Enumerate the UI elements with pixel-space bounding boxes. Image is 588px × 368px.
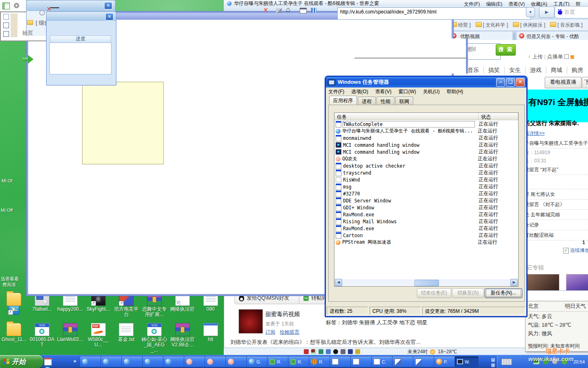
status-icon[interactable] <box>355 349 360 354</box>
close-icon[interactable]: ✕ <box>105 13 114 20</box>
keyboard-icon[interactable] <box>501 359 512 365</box>
desktop-icon[interactable]: 090 <box>197 293 224 317</box>
task-row[interactable]: Cartoon 正在运行 <box>334 232 518 239</box>
bookmark-item[interactable]: 经营 ] <box>451 22 471 29</box>
columns-icon[interactable] <box>311 8 316 13</box>
scroll-right-icon[interactable]: ▶ <box>510 279 518 286</box>
tab[interactable]: 联网 <box>395 96 413 105</box>
uploader-thumbnail[interactable] <box>238 309 263 334</box>
address-bar[interactable]: http://v.ku6.com/special/index_2672909.h… <box>337 7 531 20</box>
desktop-icon[interactable]: 基金.txt <box>113 323 140 353</box>
horizontal-scrollbar[interactable]: ◀ ▶ <box>335 279 518 286</box>
status-icon[interactable] <box>318 349 323 354</box>
task-row[interactable]: PPStream 网络加速器 正在运行 <box>334 239 518 246</box>
task-row[interactable]: trayscrwnd 正在运行 <box>334 169 518 176</box>
circle-icon[interactable] <box>39 10 45 16</box>
video-list-item[interactable]: 放：114919 <box>524 148 588 157</box>
checkbox[interactable] <box>3 31 9 37</box>
go-button[interactable]: ▶ <box>539 7 555 18</box>
table-icon[interactable] <box>2 2 10 9</box>
video-list-item[interactable] <box>524 175 588 189</box>
bookmark-item[interactable]: [ 文化科学 ] <box>476 22 508 29</box>
quicklaunch-icon[interactable] <box>44 358 52 366</box>
homepage-label[interactable]: 始页 <box>22 29 33 37</box>
tab[interactable]: 进程 <box>358 96 376 105</box>
desktop-icon[interactable]: LianWu02... <box>57 323 84 353</box>
status-icon[interactable] <box>311 349 316 354</box>
xunlei-label[interactable]: 迅雷看看 <box>1 276 22 282</box>
scrollbar-thumb[interactable] <box>414 280 439 286</box>
upload-link[interactable]: 上传 <box>532 54 543 60</box>
desktop-icon[interactable]: 网络执法官V2.88企... <box>169 323 196 353</box>
desktop-icon[interactable]: SkyFight... <box>85 293 111 317</box>
menu-item[interactable]: 查看(V) <box>375 88 392 95</box>
video-list-item[interactable]: 丝留言 《对不起》 <box>524 200 588 210</box>
minimize-button[interactable]: – <box>496 78 505 87</box>
switch-to-button[interactable]: 切换至(S) <box>452 288 484 298</box>
task-row[interactable]: MCI command handling window 正在运行 <box>334 141 518 148</box>
video-list-item[interactable]: 可欣酸涩祝福 <box>524 230 588 240</box>
baidu-search-box[interactable]: 百度 <box>555 6 588 18</box>
home-icon[interactable]: ⌂ <box>286 5 290 14</box>
video-list-item[interactable]: 全记录 <box>524 220 588 230</box>
task-manager-titlebar[interactable]: Windows 任务管理器 – ❑ ✕ <box>326 77 526 88</box>
status-icon[interactable] <box>326 349 331 354</box>
status-icon[interactable] <box>304 349 309 354</box>
task-row[interactable]: MCI command handling window 正在运行 <box>334 148 518 155</box>
column-header-status[interactable]: 状态 <box>479 113 518 120</box>
bookmark-item[interactable]: [ 休闲娱乐 ] <box>513 22 545 29</box>
task-row[interactable]: desktop active checker 正在运行 <box>334 162 518 169</box>
start-button[interactable]: 开始 <box>0 355 43 368</box>
menu-item[interactable]: 关机(U) <box>423 88 440 95</box>
desktop-icon[interactable]: 7fallset... <box>29 293 56 317</box>
window-icon[interactable] <box>300 8 307 13</box>
maximize-button[interactable]: ❑ <box>506 78 515 87</box>
video-list-item[interactable]: 光 去年赌城完婚 <box>524 210 588 220</box>
nav-item[interactable]: 游戏 <box>526 67 546 74</box>
task-row[interactable]: msg 正在运行 <box>334 183 518 190</box>
pagination-current[interactable]: 1 <box>582 240 585 245</box>
forward-icon[interactable]: → <box>239 7 246 14</box>
task-row[interactable]: Rising Mail Windows 正在运行 <box>334 218 518 225</box>
desktop-icon[interactable]: 网络执法官 <box>169 293 196 317</box>
bookmark-item[interactable]: [ 音乐影视 ] <box>550 22 582 29</box>
quicklaunch-overflow[interactable]: » <box>74 358 76 364</box>
video-list-item[interactable]: 丝留言 “对不起” <box>524 165 588 175</box>
nav-item[interactable]: 女生 <box>505 67 526 74</box>
checkbox[interactable] <box>3 14 9 20</box>
scroll-left-icon[interactable]: ◀ <box>335 279 342 286</box>
task-row[interactable]: QQ农夫 正在运行 <box>334 155 518 162</box>
menu-item[interactable]: 文件(F) <box>328 88 344 95</box>
address-dropdown-button[interactable]: ▾ <box>526 7 535 17</box>
close-button[interactable]: ✕ <box>516 78 525 87</box>
status-icon[interactable] <box>333 349 338 354</box>
task-row[interactable]: #32770 正在运行 <box>334 190 518 197</box>
menu-item[interactable]: 窗口(W) <box>399 88 416 95</box>
message-link[interactable]: 给她留言 <box>280 329 299 335</box>
task-row[interactable]: RisWnd 正在运行 <box>334 176 518 183</box>
desktop-icon[interactable]: 浩方电竞平台 <box>113 293 140 317</box>
video-list-item[interactable]: 要 尾七将认女 <box>524 189 588 200</box>
nav-item[interactable]: 搞笑 <box>484 67 505 74</box>
task-row[interactable]: RavMond.exe 正在运行 <box>334 225 518 232</box>
nav-item[interactable]: 商城 <box>546 67 567 74</box>
clock[interactable]: 20:54 <box>573 359 585 364</box>
column-header-task[interactable]: 任务 <box>334 113 479 120</box>
forward-arrow-icon[interactable] <box>22 55 34 64</box>
task-row[interactable]: RavMond.exe 正在运行 <box>334 211 518 218</box>
status-icon[interactable] <box>348 349 353 354</box>
xunlei-label2[interactable]: 费高清 <box>2 282 24 287</box>
ku6-search-button[interactable]: 搜 索 <box>496 44 516 56</box>
nav-item[interactable]: 购房 <box>567 67 588 74</box>
progress-window-titlebar[interactable]: ✕ <box>46 11 116 21</box>
menu-item[interactable]: 选项(O) <box>351 88 368 95</box>
gear-icon[interactable] <box>14 3 19 8</box>
desktop-icon[interactable]: 林心如-采心_国_AEG_... <box>141 323 168 353</box>
desktop-icon[interactable]: Ghost_11... <box>1 323 27 353</box>
tab[interactable]: 应用程序 <box>329 96 357 105</box>
tab[interactable]: 性能 <box>376 96 394 105</box>
desktop-icon[interactable]: 001065.DAT <box>29 323 56 353</box>
desktop-icon[interactable]: 恋舞中文专用扩展... <box>141 293 168 317</box>
desktop-icon-label[interactable]: Mi Off <box>1 208 13 213</box>
stop-icon[interactable]: ✕ <box>263 6 268 14</box>
